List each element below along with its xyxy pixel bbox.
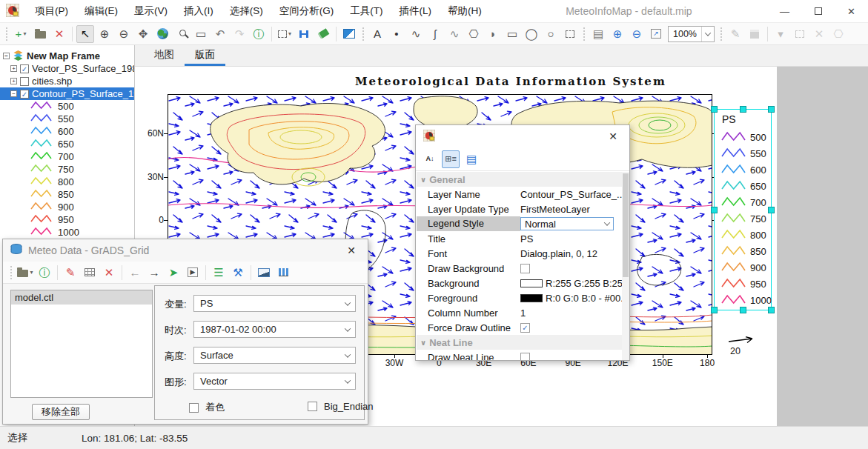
insert-circle-button[interactable]: ○ [542, 25, 560, 43]
property-row-force-draw-outline[interactable]: Force Draw Outline✓ [417, 320, 629, 335]
close-button[interactable]: ✕ [835, 0, 868, 22]
select-tool-button[interactable]: ↖ [76, 25, 94, 43]
layer-visibility-checkbox[interactable] [20, 77, 29, 86]
insert-freehand-button[interactable]: ʃ [426, 25, 444, 43]
edit-pencil-button[interactable]: ✎ [726, 25, 744, 43]
settings-button[interactable]: ⚒ [229, 264, 247, 282]
legend-item-850[interactable]: 850 [0, 188, 134, 201]
next-time-button[interactable]: → [145, 264, 163, 282]
menu-item-7[interactable]: 插件(L) [391, 0, 440, 22]
checkbox-box[interactable] [308, 402, 317, 411]
insert-curve-polygon-button[interactable]: ◗ [484, 25, 502, 43]
layer-item-cities-shp[interactable]: +cities.shp [0, 75, 134, 87]
property-checkbox[interactable]: ✓ [520, 323, 530, 333]
create-map-layer-button[interactable] [255, 264, 273, 282]
checkbox-box[interactable] [189, 403, 199, 413]
reshape-element-button[interactable]: ⎔ [829, 25, 847, 43]
property-row-column-number[interactable]: Column Number1 [417, 305, 629, 320]
menu-item-3[interactable]: 插入(I) [176, 0, 222, 22]
property-row-draw-neat-line[interactable]: Draw Neat Line [417, 350, 629, 360]
zoom-level-combo[interactable]: 100% [668, 26, 715, 42]
open-project-button[interactable] [31, 25, 49, 43]
props-dialog-close-icon[interactable]: ✕ [604, 129, 622, 144]
menu-item-4[interactable]: 选择(S) [222, 0, 271, 22]
layer-visibility-checkbox[interactable]: ✓ [20, 64, 29, 73]
menu-item-1[interactable]: 编辑(E) [76, 0, 126, 22]
more-dropdown-button[interactable]: ▾ [772, 25, 789, 43]
selection-handle[interactable] [740, 106, 746, 113]
selection-handle[interactable] [711, 207, 718, 213]
measure-button[interactable] [295, 25, 313, 43]
selection-handle[interactable] [768, 106, 775, 113]
page-settings-button[interactable]: ▤ [589, 25, 607, 43]
tree-root-map-frame[interactable]: −New Map Frame [0, 50, 134, 62]
legend-item-950[interactable]: 950 [0, 213, 134, 226]
select-element-button[interactable] [791, 25, 809, 43]
select-features-button[interactable]: ▾ [276, 25, 294, 43]
menu-item-5[interactable]: 空间分析(G) [271, 0, 342, 22]
legend-item-750[interactable]: 750 [0, 163, 134, 176]
chevron-down-icon[interactable] [340, 379, 355, 384]
selection-handle[interactable] [711, 106, 718, 113]
menu-item-2[interactable]: 显示(V) [126, 0, 176, 22]
checkbox-big_endian[interactable]: Big_Endian [308, 401, 374, 412]
delete-element-button[interactable]: ✕ [810, 25, 828, 43]
selection-handle[interactable] [768, 307, 775, 313]
insert-curve-button[interactable]: ∿ [445, 25, 463, 43]
menu-item-8[interactable]: 帮助(H) [440, 0, 490, 22]
props-dialog-titlebar[interactable]: ✕ [416, 125, 629, 147]
insert-polyline-button[interactable]: ∿ [407, 25, 425, 43]
tree-expander-icon[interactable]: − [3, 53, 10, 59]
section-neat-line[interactable]: ∨Neat Line [417, 335, 629, 350]
field-combo-level[interactable]: Surface [193, 347, 356, 364]
legend-style-combo[interactable]: Normal [520, 217, 614, 230]
meteo-dialog-titlebar[interactable]: Meteo Data - GrADS_Grid ✕ [3, 239, 368, 262]
categorized-view-button[interactable]: ⊞≡ [442, 150, 460, 168]
free-select-button[interactable] [561, 25, 579, 43]
tab-layout[interactable]: 版面 [185, 45, 225, 66]
redo-button[interactable]: ↷ [231, 25, 248, 43]
property-row-title[interactable]: TitlePS [417, 231, 629, 246]
insert-text-button[interactable]: A [368, 25, 386, 43]
layer-visibility-checkbox[interactable]: ✓ [20, 90, 29, 99]
chevron-down-icon[interactable] [340, 353, 355, 358]
full-extent-button[interactable] [153, 25, 171, 43]
property-row-font[interactable]: FontDialog.plain, 0, 12 [417, 246, 629, 261]
legend-item-800[interactable]: 800 [0, 176, 134, 188]
zoom-out-layout-button[interactable]: ⊖ [628, 25, 646, 43]
animation-player-button[interactable]: ▶ [184, 264, 202, 282]
insert-polygon-button[interactable]: ⎔ [465, 25, 483, 43]
open-data-button[interactable]: ▾ [16, 264, 34, 282]
pan-button[interactable]: ✥ [134, 25, 152, 43]
chevron-down-icon[interactable] [701, 27, 714, 41]
insert-ellipse-button[interactable]: ◯ [523, 25, 540, 43]
tree-expander-icon[interactable]: + [10, 78, 17, 84]
file-item-model-ctl[interactable]: model.ctl [11, 290, 152, 305]
menu-item-0[interactable]: 项目(P) [27, 0, 76, 22]
scrollbar-thumb[interactable] [623, 173, 629, 277]
zoom-rectangle-button[interactable]: ▭ [192, 25, 210, 43]
remove-data-button[interactable]: ✕ [100, 264, 118, 282]
legend-item-700[interactable]: 700 [0, 150, 134, 163]
legend-item-1000[interactable]: 1000 [0, 226, 134, 239]
layer-item-contour-ps-surface-19[interactable]: −✓Contour_PS_Surface_19 [0, 87, 134, 100]
map-legend-element[interactable]: PS 5005506006507007508008509009501000 [714, 109, 772, 310]
undo-button[interactable]: ↶ [211, 25, 229, 43]
property-checkbox[interactable] [520, 353, 530, 361]
remove-all-button[interactable]: 移除全部 [32, 404, 90, 420]
legend-item-600[interactable]: 600 [0, 125, 134, 138]
zoom-in-layout-button[interactable]: ⊕ [609, 25, 626, 43]
save-edits-button[interactable] [746, 25, 763, 43]
data-file-list[interactable]: model.ctl [10, 290, 153, 398]
minimize-button[interactable]: — [768, 0, 801, 22]
selection-handle[interactable] [768, 207, 775, 213]
map-view-button[interactable] [340, 25, 358, 43]
layers-list-button[interactable]: ☰ [210, 264, 228, 282]
legend-item-500[interactable]: 500 [0, 100, 134, 113]
add-layer-button[interactable]: +▾ [12, 25, 30, 43]
selection-handle[interactable] [740, 307, 746, 313]
chevron-down-icon[interactable] [601, 222, 613, 226]
property-row-layer-name[interactable]: Layer NameContour_PS_Surface_... [417, 187, 629, 202]
property-row-draw-background[interactable]: Draw Background [417, 261, 629, 276]
fit-to-screen-button[interactable]: ↗ [647, 25, 665, 43]
